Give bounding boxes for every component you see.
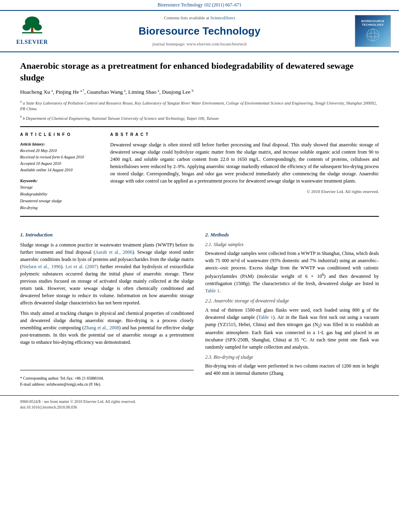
svg-point-4	[34, 24, 42, 31]
copyright-line: © 2010 Elsevier Ltd. All rights reserved…	[110, 189, 379, 195]
accepted-date: Accepted 10 August 2010	[20, 160, 101, 167]
keyword-dewatered: Dewatered sewage sludge	[20, 197, 101, 204]
abstract-column: A B S T R A C T Dewatered sewage sludge …	[110, 132, 379, 211]
subsection-2-2-title: 2.2. Anaerobic storage of dewatered slud…	[205, 298, 379, 304]
journal-cover-area: BIORESOURCE TECHNOLOGY	[343, 15, 391, 47]
keyword-biodegradability: Biodegradability	[20, 191, 101, 197]
corresponding-author-note: * Corresponding author. Tel./fax: +86 21…	[20, 375, 194, 387]
section-1-para-1: Sludge storage is a common practice in w…	[20, 241, 194, 346]
received-date: Received 20 May 2010	[20, 148, 101, 154]
article-divider-bottom	[20, 216, 379, 217]
section-introduction: 1. Introduction Sludge storage is a comm…	[20, 231, 194, 346]
history-label: Article history:	[20, 141, 101, 148]
journal-cover-image: BIORESOURCE TECHNOLOGY	[355, 15, 391, 47]
journal-homepage-link: journal homepage: www.elsevier.com/locat…	[56, 41, 343, 47]
section-methods: 2. Methods 2.1. Sludge samples Dewatered…	[205, 231, 379, 377]
affiliation-a: a a State Key Laboratory of Pollution Co…	[20, 99, 379, 112]
contents-available-line: Contents lists available at ScienceDirec…	[56, 15, 343, 21]
elsevier-logo-area: ELSEVIER	[8, 16, 56, 46]
corresponding-note: * Corresponding author. Tel./fax: +86 21…	[20, 375, 194, 381]
revised-date: Received in revised form 6 August 2010	[20, 154, 101, 160]
elsevier-tree-icon	[20, 16, 44, 38]
body-left-column: 1. Introduction Sludge storage is a comm…	[20, 224, 194, 387]
abstract-label: A B S T R A C T	[110, 132, 379, 138]
subsection-2-3-title: 2.3. Bio-drying of sludge	[205, 354, 379, 361]
cover-graphic	[359, 27, 387, 43]
journal-ref-text: Bioresource Technology 102 (2011) 667–67…	[158, 2, 242, 7]
info-abstract-section: A R T I C L E I N F O Article history: R…	[20, 132, 379, 211]
journal-title-area: Contents lists available at ScienceDirec…	[56, 15, 343, 48]
footer-copyright: 0960-8524/$ - see front matter © 2010 El…	[20, 399, 379, 405]
contents-text: Contents lists available at	[164, 15, 209, 20]
article-history: Article history: Received 20 May 2010 Re…	[20, 141, 101, 173]
svg-point-3	[23, 24, 31, 31]
elsevier-brand-text: ELSEVIER	[16, 38, 48, 46]
section-2-title: 2. Methods	[205, 231, 379, 239]
subsection-2-3-text: Bio-drying tests of sludge were performe…	[205, 362, 379, 377]
article-content: Anaerobic storage as a pretreatment for …	[0, 52, 399, 395]
keyword-biodrying: Bio-drying	[20, 204, 101, 211]
subsection-2-1-text: Dewatered sludge samples were collected …	[205, 250, 379, 294]
available-date: Available online 14 August 2010	[20, 167, 101, 173]
journal-main-title: Bioresource Technology	[56, 24, 343, 39]
abstract-text: Dewatered sewage sludge is often stored …	[110, 141, 379, 185]
article-divider-top	[20, 126, 379, 127]
affiliation-b: b b Department of Chemical Engineering, …	[20, 115, 379, 121]
subsection-2-2-text: A total of thirteen 1500-ml glass flasks…	[205, 306, 379, 351]
keyword-storage: Storage	[20, 184, 101, 191]
article-info-column: A R T I C L E I N F O Article history: R…	[20, 132, 101, 211]
body-right-column: 2. Methods 2.1. Sludge samples Dewatered…	[205, 224, 379, 387]
footer-doi: doi:10.1016/j.biortech.2010.08.036	[20, 405, 379, 411]
article-title: Anaerobic storage as a pretreatment for …	[20, 60, 379, 83]
keywords-section: Keywords: Storage Biodegradability Dewat…	[20, 178, 101, 212]
footer-bar: 0960-8524/$ - see front matter © 2010 El…	[0, 395, 399, 414]
footnote-divider	[20, 370, 194, 370]
journal-header: ELSEVIER Contents lists available at Sci…	[0, 11, 399, 53]
subsection-2-1-title: 2.1. Sludge samples	[205, 241, 379, 248]
sciencedirect-link[interactable]: ScienceDirect	[210, 15, 235, 20]
keywords-label: Keywords:	[20, 178, 101, 184]
email-note: E-mail address: solidwaste@tongji.edu.cn…	[20, 381, 194, 387]
footnotes-area: * Corresponding author. Tel./fax: +86 21…	[20, 370, 194, 387]
authors-line: Huacheng Xu a, Pinjing He a,*, Guanzhao …	[20, 88, 379, 96]
svg-point-7	[369, 31, 377, 39]
cover-title-text: BIORESOURCE TECHNOLOGY	[355, 19, 391, 27]
section-1-title: 1. Introduction	[20, 231, 194, 239]
elsevier-logo: ELSEVIER	[16, 16, 48, 46]
body-content: 1. Introduction Sludge storage is a comm…	[20, 224, 379, 387]
article-info-label: A R T I C L E I N F O	[20, 132, 101, 138]
journal-reference-bar: Bioresource Technology 102 (2011) 667–67…	[0, 0, 399, 11]
